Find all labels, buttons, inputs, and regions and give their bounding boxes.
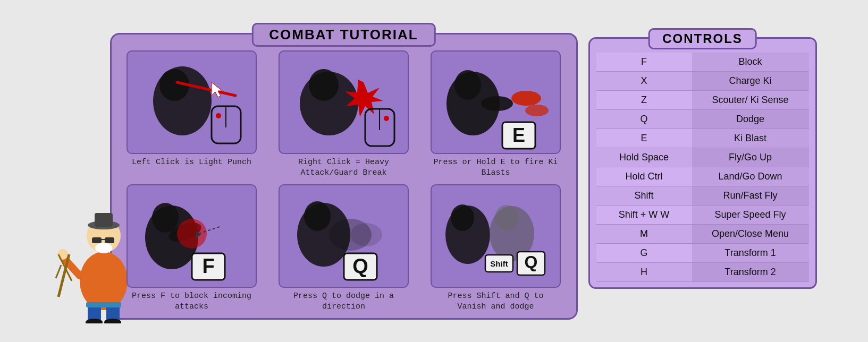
control-action: Dodge	[692, 110, 809, 129]
tutorial-image-ki-blast: E	[431, 50, 561, 154]
control-key: Shift	[596, 186, 692, 206]
control-action: Land/Go Down	[692, 167, 809, 186]
tutorial-cell-light-punch: Left Click is Light Punch	[119, 50, 265, 178]
caption-vanish: Press Shift and Q to Vanish and dodge	[432, 291, 560, 312]
controls-row: EKi Blast	[596, 129, 809, 148]
tutorial-image-dodge: Q	[279, 184, 409, 288]
controls-row: ShiftRun/Fast Fly	[596, 186, 809, 206]
svg-point-37	[525, 105, 549, 116]
svg-marker-26	[212, 82, 222, 97]
control-action: Transform 2	[692, 263, 809, 282]
svg-point-43	[177, 219, 207, 249]
control-key: M	[596, 225, 692, 244]
controls-row: XCharge Ki	[596, 72, 809, 91]
tutorial-image-vanish: Shift Q	[431, 184, 561, 288]
combat-tutorial-title: COMBAT TUTORIAL	[251, 23, 435, 47]
control-action: Open/Close Menu	[692, 225, 809, 244]
svg-text:F: F	[202, 255, 214, 277]
control-key: Q	[596, 110, 692, 129]
caption-dodge: Press Q to dodge in a direction	[280, 291, 408, 312]
control-key: F	[596, 53, 692, 72]
controls-panel: CONTROLS FBlockXCharge KiZScouter/ Ki Se…	[588, 37, 817, 289]
controls-row: Hold CtrlLand/Go Down	[596, 167, 809, 186]
controls-row: QDodge	[596, 110, 809, 129]
controls-row: MOpen/Close Menu	[596, 225, 809, 244]
control-action: Fly/Go Up	[692, 148, 809, 167]
caption-light-punch: Left Click is Light Punch	[132, 157, 251, 168]
control-action: Ki Blast	[692, 129, 809, 148]
svg-line-19	[56, 265, 61, 278]
controls-row: ZScouter/ Ki Sense	[596, 91, 809, 110]
control-key: Shift + W W	[596, 206, 692, 225]
controls-row: Shift + W WSuper Speed Fly	[596, 206, 809, 225]
svg-point-0	[80, 252, 128, 310]
svg-text:E: E	[512, 124, 525, 146]
control-action: Run/Fast Fly	[692, 186, 809, 206]
control-key: Hold Space	[596, 148, 692, 167]
svg-point-5	[95, 243, 112, 253]
control-key: Hold Ctrl	[596, 167, 692, 186]
svg-point-57	[495, 205, 518, 230]
svg-point-49	[304, 201, 331, 231]
tutorial-cell-dodge: Q Press Q to dodge in a direction	[271, 184, 417, 312]
controls-title: CONTROLS	[648, 28, 757, 49]
svg-text:Q: Q	[525, 252, 538, 271]
svg-point-36	[511, 91, 541, 106]
controls-row: FBlock	[596, 53, 809, 72]
svg-point-32	[384, 116, 389, 121]
svg-text:Q: Q	[352, 255, 368, 277]
svg-rect-3	[105, 237, 114, 243]
tutorial-grid: Left Click is Light Punch	[119, 50, 569, 312]
svg-point-51	[350, 223, 382, 246]
svg-text:Shift: Shift	[490, 259, 508, 268]
tutorial-cell-ki-blast: E Press or Hold E to fire Ki Blasts	[423, 50, 569, 178]
control-action: Charge Ki	[692, 72, 809, 91]
tutorial-image-heavy-attack	[279, 50, 409, 154]
controls-table: FBlockXCharge KiZScouter/ Ki SenseQDodge…	[596, 53, 809, 282]
svg-rect-7	[95, 213, 113, 227]
svg-point-41	[152, 203, 179, 233]
caption-ki-blast: Press or Hold E to fire Ki Blasts	[432, 157, 560, 178]
combat-tutorial-panel: COMBAT TUTORIAL	[110, 33, 578, 320]
controls-row: HTransform 2	[596, 263, 809, 282]
svg-point-25	[216, 113, 221, 118]
control-key: E	[596, 129, 692, 148]
caption-heavy-attack: Right Click = Heavy Attack/Guard Break	[280, 157, 408, 178]
control-action: Transform 1	[692, 244, 809, 263]
controls-row: GTransform 1	[596, 244, 809, 263]
tutorial-cell-vanish: Shift Q Press Shift and Q to Vanish and …	[423, 184, 569, 312]
svg-point-35	[481, 96, 513, 111]
svg-rect-2	[92, 237, 102, 243]
control-action: Scouter/ Ki Sense	[692, 91, 809, 110]
tutorial-cell-heavy-attack: Right Click = Heavy Attack/Guard Break	[271, 50, 417, 178]
svg-point-28	[309, 69, 339, 101]
tutorial-image-block: F	[127, 184, 257, 288]
svg-point-55	[451, 204, 474, 231]
control-key: X	[596, 72, 692, 91]
control-key: H	[596, 263, 692, 282]
controls-row: Hold SpaceFly/Go Up	[596, 148, 809, 167]
control-key: G	[596, 244, 692, 263]
svg-point-34	[454, 70, 481, 100]
svg-rect-16	[86, 302, 121, 307]
tutorial-image-light-punch	[127, 50, 257, 154]
control-key: Z	[596, 91, 692, 110]
control-action: Block	[692, 53, 809, 72]
control-action: Super Speed Fly	[692, 206, 809, 225]
